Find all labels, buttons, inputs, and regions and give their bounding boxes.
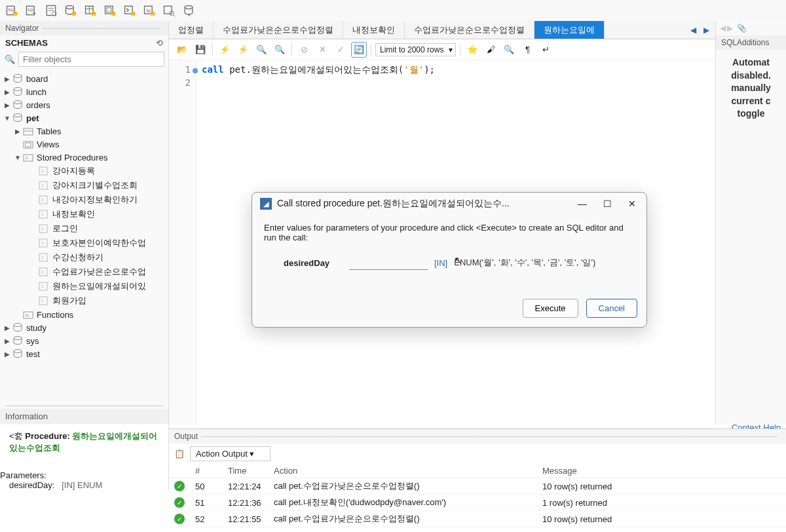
- dialog-backdrop: ◢ Call stored procedure pet.원하는요일에개설되어있는…: [0, 0, 786, 532]
- dialog-app-icon: ◢: [260, 198, 272, 210]
- param-type: ENUM('월', '화', '수', '목', '금', '토', '일'): [454, 257, 595, 269]
- param-direction: [IN]: [434, 258, 447, 268]
- param-name-label: desiredDay: [284, 258, 343, 268]
- execute-button[interactable]: Execute: [523, 299, 578, 318]
- dialog-title-text: Call stored procedure pet.원하는요일에개설되어있는수.…: [277, 198, 510, 210]
- param-row: desiredDay [IN] ENUM('월', '화', '수', '목',…: [264, 253, 635, 288]
- param-value-input[interactable]: [349, 256, 428, 270]
- minimize-icon[interactable]: —: [576, 199, 589, 209]
- dialog-instruction: Enter values for parameters of your proc…: [264, 223, 635, 242]
- close-icon[interactable]: ✕: [626, 199, 639, 209]
- cancel-button[interactable]: Cancel: [586, 299, 637, 318]
- maximize-icon[interactable]: ☐: [601, 199, 614, 209]
- call-procedure-dialog: ◢ Call stored procedure pet.원하는요일에개설되어있는…: [252, 192, 647, 328]
